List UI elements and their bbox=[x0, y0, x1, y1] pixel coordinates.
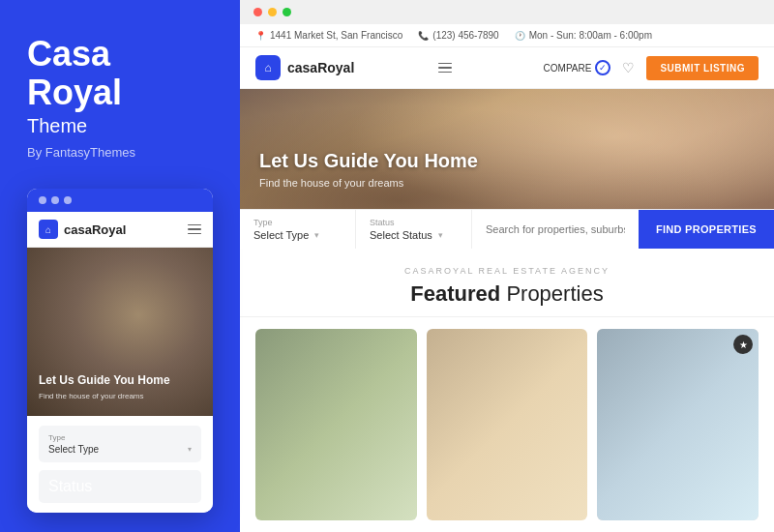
compare-label: COMPARE bbox=[544, 63, 592, 74]
search-input[interactable] bbox=[486, 223, 625, 235]
browser-bar bbox=[240, 0, 774, 24]
mobile-window-bar bbox=[27, 189, 213, 212]
status-field-row: Select Status ▾ bbox=[370, 229, 443, 241]
featured-section: CASAROYAL REAL ESTATE AGENCY Featured Pr… bbox=[240, 249, 774, 317]
property-card-badge: ★ bbox=[733, 335, 753, 354]
mobile-type-value: Select Type ▾ bbox=[48, 444, 192, 455]
featured-title: Featured Properties bbox=[255, 281, 759, 307]
location-icon: 📍 bbox=[255, 31, 266, 41]
type-field-label: Type bbox=[253, 218, 319, 227]
site-navbar: ⌂ casaRoyal COMPARE ✓ ♡ SUBMIT LISTING bbox=[240, 47, 774, 89]
site-nav-right: COMPARE ✓ ♡ SUBMIT LISTING bbox=[544, 56, 759, 80]
topbar-hours: 🕐 Mon - Sun: 8:00am - 6:00pm bbox=[515, 30, 652, 41]
browser-dot-yellow bbox=[268, 8, 277, 16]
compare-button[interactable]: COMPARE ✓ bbox=[544, 60, 611, 75]
mobile-logo: ⌂ casaRoyal bbox=[39, 220, 126, 239]
type-field-row: Select Type ▾ bbox=[253, 229, 319, 241]
mobile-hero-text: Let Us Guide You Home Find the house of … bbox=[39, 373, 170, 400]
window-dot-2 bbox=[51, 196, 59, 204]
mobile-status-label: Status bbox=[48, 478, 192, 495]
status-field-inner: Status Select Status ▾ bbox=[370, 218, 443, 241]
status-field-label: Status bbox=[370, 218, 443, 227]
type-field-value: Select Type bbox=[253, 229, 309, 241]
type-chevron-icon: ▾ bbox=[314, 230, 319, 240]
agency-label: CASAROYAL REAL ESTATE AGENCY bbox=[255, 266, 759, 276]
property-card-1[interactable] bbox=[255, 329, 417, 520]
site-logo: ⌂ casaRoyal bbox=[255, 55, 354, 80]
site-hamburger-icon[interactable] bbox=[438, 63, 452, 74]
status-field-group[interactable]: Status Select Status ▾ bbox=[356, 210, 472, 249]
site-hero: Let Us Guide You Home Find the house of … bbox=[240, 89, 774, 249]
left-panel: CasaRoyal Theme By FantasyThemes ⌂ casaR… bbox=[0, 0, 240, 532]
property-card-image-3 bbox=[597, 329, 759, 520]
brand-section: CasaRoyal Theme By FantasyThemes bbox=[27, 35, 213, 189]
browser-dot-red bbox=[253, 8, 262, 16]
mobile-nav-bar: ⌂ casaRoyal bbox=[27, 212, 213, 248]
property-cards: ★ bbox=[240, 317, 774, 532]
window-dot-3 bbox=[64, 196, 72, 204]
hero-title: Let Us Guide You Home bbox=[259, 150, 478, 172]
brand-subtitle: Theme bbox=[27, 115, 213, 137]
mobile-type-field[interactable]: Type Select Type ▾ bbox=[39, 426, 201, 462]
heart-icon[interactable]: ♡ bbox=[622, 60, 635, 75]
site-logo-icon: ⌂ bbox=[255, 55, 281, 80]
topbar-address: 📍 1441 Market St, San Francisco bbox=[255, 30, 402, 41]
find-properties-button[interactable]: FIND PROPERTIES bbox=[639, 210, 774, 249]
mobile-hero-subtitle: Find the house of your dreams bbox=[39, 392, 170, 400]
star-icon: ★ bbox=[739, 340, 748, 350]
brand-author: By FantasyThemes bbox=[27, 145, 213, 160]
submit-listing-button[interactable]: SUBMIT LISTING bbox=[646, 56, 759, 80]
topbar-address-text: 1441 Market St, San Francisco bbox=[270, 30, 402, 41]
site-logo-normal: Royal bbox=[317, 60, 354, 75]
site-topbar: 📍 1441 Market St, San Francisco 📞 (123) … bbox=[240, 24, 774, 47]
hero-subtitle: Find the house of your dreams bbox=[259, 177, 478, 189]
clock-icon: 🕐 bbox=[515, 31, 525, 41]
type-field-inner: Type Select Type ▾ bbox=[253, 218, 319, 241]
property-card-3[interactable]: ★ bbox=[597, 329, 759, 520]
mobile-search-section: Type Select Type ▾ Status bbox=[27, 416, 213, 513]
mobile-logo-text: casaRoyal bbox=[64, 222, 126, 237]
mobile-type-chevron-icon: ▾ bbox=[188, 445, 192, 454]
mobile-hero: Let Us Guide You Home Find the house of … bbox=[27, 248, 213, 416]
status-field-value: Select Status bbox=[370, 229, 432, 241]
topbar-phone: 📞 (123) 456-7890 bbox=[418, 30, 498, 41]
window-dot-1 bbox=[39, 196, 46, 204]
brand-title: CasaRoyal bbox=[27, 35, 213, 111]
mobile-hamburger-icon[interactable] bbox=[188, 224, 201, 235]
mobile-logo-bold: casa bbox=[64, 222, 92, 237]
right-panel: 📍 1441 Market St, San Francisco 📞 (123) … bbox=[240, 0, 774, 532]
topbar-phone-text: (123) 456-7890 bbox=[432, 30, 498, 41]
topbar-hours-text: Mon - Sun: 8:00am - 6:00pm bbox=[529, 30, 652, 41]
property-card-image-2 bbox=[427, 329, 588, 520]
mobile-hero-title: Let Us Guide You Home bbox=[39, 373, 170, 389]
phone-icon: 📞 bbox=[418, 31, 429, 41]
property-card-2[interactable] bbox=[427, 329, 588, 520]
mobile-logo-normal: Royal bbox=[92, 222, 126, 237]
mobile-status-field[interactable]: Status bbox=[39, 470, 201, 503]
mobile-preview-card: ⌂ casaRoyal Let Us Guide You Home Find t… bbox=[27, 189, 213, 513]
site-search-bar: Type Select Type ▾ Status Select Status … bbox=[240, 209, 774, 249]
site-logo-text: casaRoyal bbox=[287, 60, 354, 75]
browser-dot-green bbox=[283, 8, 291, 16]
mobile-type-label: Type bbox=[48, 433, 192, 442]
status-chevron-icon: ▾ bbox=[438, 230, 443, 240]
compare-checkmark-icon: ✓ bbox=[595, 60, 610, 75]
mobile-logo-icon: ⌂ bbox=[39, 220, 58, 239]
search-input-wrap[interactable] bbox=[472, 210, 639, 249]
type-field-group[interactable]: Type Select Type ▾ bbox=[240, 210, 356, 249]
hero-content: Let Us Guide You Home Find the house of … bbox=[259, 150, 478, 189]
site-logo-bold: casa bbox=[287, 60, 317, 75]
property-card-image-1 bbox=[255, 329, 417, 520]
